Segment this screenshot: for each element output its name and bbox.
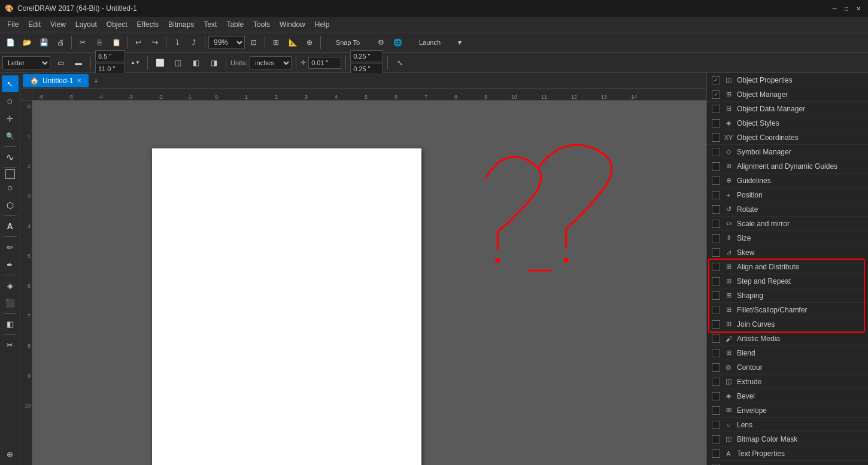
docker-item-blend[interactable]: ⊞Blend: [707, 346, 868, 360]
docker-checkbox[interactable]: [712, 234, 720, 242]
tab-close-icon[interactable]: ✕: [77, 77, 81, 84]
grid-button[interactable]: ⊞: [268, 35, 284, 50]
docker-item-bitmap-color-mask[interactable]: ◫Bitmap Color Mask: [707, 432, 868, 446]
menu-window[interactable]: Window: [275, 19, 310, 30]
docker-item-object-coordinates[interactable]: XYObject Coordinates: [707, 130, 868, 145]
docker-item-object-styles[interactable]: ◈Object Styles: [707, 116, 868, 130]
units-select[interactable]: inches: [250, 56, 292, 69]
docker-item-align-and-distribute[interactable]: ⊞Align and Distribute: [707, 260, 868, 274]
portrait-btn[interactable]: ▭: [53, 55, 68, 71]
menu-help[interactable]: Help: [310, 19, 335, 30]
menu-object[interactable]: Object: [102, 19, 132, 30]
docker-checkbox[interactable]: [712, 119, 720, 127]
menu-file[interactable]: File: [2, 19, 23, 30]
docker-checkbox[interactable]: ✓: [712, 90, 720, 99]
page-size-arrows[interactable]: ▲▼: [128, 55, 143, 71]
docker-item-extrude[interactable]: ◫Extrude: [707, 375, 868, 389]
undo-button[interactable]: ↩: [130, 35, 146, 50]
eyedropper-tool[interactable]: ◧: [2, 315, 19, 332]
docker-checkbox[interactable]: [712, 349, 720, 357]
new-button[interactable]: 📄: [2, 35, 18, 50]
docker-item-rotate[interactable]: ↺Rotate: [707, 202, 868, 217]
docker-item-object-properties[interactable]: ✓◫Object Properties: [707, 73, 868, 87]
menu-view[interactable]: View: [45, 19, 71, 30]
maximize-button[interactable]: □: [842, 4, 851, 13]
print-button[interactable]: 🖨: [53, 35, 68, 50]
menu-bitmaps[interactable]: Bitmaps: [163, 19, 199, 30]
docker-checkbox[interactable]: [712, 205, 720, 214]
ruler-button[interactable]: 📐: [285, 35, 301, 50]
pick-btn[interactable]: ⤡: [392, 55, 408, 71]
docker-checkbox[interactable]: [712, 220, 720, 228]
polygon-tool[interactable]: ⬡: [2, 197, 19, 214]
docker-item-position[interactable]: +Position: [707, 188, 868, 202]
docker-item-fillet-scallop-chamfer[interactable]: ⊞Fillet/Scallop/Chamfer: [707, 303, 868, 317]
calligraphy-tool[interactable]: ✒: [2, 256, 19, 273]
publish-button[interactable]: 🌐: [390, 35, 405, 50]
docker-checkbox[interactable]: [712, 320, 720, 329]
docker-checkbox[interactable]: [712, 263, 720, 271]
rectangle-tool[interactable]: [5, 169, 15, 179]
docker-item-text-properties[interactable]: AText Properties: [707, 446, 868, 461]
docker-checkbox[interactable]: [712, 133, 720, 142]
docker-checkbox[interactable]: [712, 363, 720, 372]
docker-checkbox[interactable]: [712, 191, 720, 199]
minimize-button[interactable]: ─: [830, 4, 839, 13]
launch-dropdown[interactable]: ▾: [452, 35, 468, 50]
zoom-tool[interactable]: 🔍: [2, 127, 19, 144]
menu-layout[interactable]: Layout: [71, 19, 102, 30]
freehand-tool[interactable]: ∿: [2, 148, 19, 165]
docker-item-guidelines[interactable]: ⊕Guidelines: [707, 174, 868, 188]
page-size-select[interactable]: Letter: [2, 56, 50, 69]
docker-checkbox[interactable]: [712, 277, 720, 285]
text-tool[interactable]: A: [2, 218, 19, 235]
docker-item-join-curves[interactable]: ⊞Join Curves: [707, 317, 868, 332]
docker-checkbox[interactable]: [712, 306, 720, 314]
transform-tool[interactable]: ✛: [2, 110, 19, 127]
docker-item-contour[interactable]: ◎Contour: [707, 360, 868, 375]
fill-tool[interactable]: ◈: [2, 277, 19, 294]
docker-item-object-manager[interactable]: ✓⊞Object Manager: [707, 87, 868, 102]
menu-table[interactable]: Table: [221, 19, 248, 30]
zoom-to-page[interactable]: ⊡: [246, 35, 262, 50]
import-button[interactable]: ⤵: [169, 35, 185, 50]
zoom-select[interactable]: 99%100%75%50%: [208, 36, 245, 49]
docker-item-bevel[interactable]: ◈Bevel: [707, 389, 868, 403]
docker-checkbox[interactable]: [712, 291, 720, 300]
interactive-fill[interactable]: ⬛: [2, 294, 19, 311]
options-button[interactable]: ⚙: [373, 35, 389, 50]
launch-btn[interactable]: Launch: [409, 35, 451, 50]
copy-button[interactable]: ⎘: [92, 35, 107, 50]
docker-checkbox[interactable]: ✓: [712, 76, 720, 84]
page-border-btn[interactable]: ◧: [188, 55, 204, 71]
docker-checkbox[interactable]: [712, 248, 720, 257]
nudge-input[interactable]: [308, 57, 341, 69]
menu-text[interactable]: Text: [199, 19, 221, 30]
scissors-tool[interactable]: ✂: [2, 336, 19, 353]
menu-edit[interactable]: Edit: [23, 19, 45, 30]
docker-item-skew[interactable]: ⊿Skew: [707, 245, 868, 260]
page-layout-btn[interactable]: ◨: [206, 55, 221, 71]
add-page-tool[interactable]: ⊕: [2, 446, 19, 463]
close-button[interactable]: ✕: [854, 4, 863, 13]
page-width[interactable]: [95, 50, 125, 62]
new-tab-button[interactable]: +: [90, 75, 102, 87]
node-tool[interactable]: ⬡: [2, 93, 19, 110]
docker-checkbox[interactable]: [712, 162, 720, 171]
redo-button[interactable]: ↪: [147, 35, 163, 50]
docker-item-lens[interactable]: ○Lens: [707, 418, 868, 432]
docker-checkbox[interactable]: [712, 105, 720, 113]
select-tool[interactable]: ↖: [2, 75, 19, 92]
document-tab[interactable]: 🏠 Untitled-1 ✕: [23, 74, 89, 87]
docker-item-artistic-media[interactable]: 🖌Artistic Media: [707, 332, 868, 346]
docker-item-symbol-manager[interactable]: ◇Symbol Manager: [707, 145, 868, 159]
docker-item-alignment-and-dynamic-guides[interactable]: ⊕Alignment and Dynamic Guides: [707, 159, 868, 174]
docker-checkbox[interactable]: [712, 378, 720, 386]
docker-checkbox[interactable]: [712, 148, 720, 156]
snap-to-btn[interactable]: Snap To: [324, 35, 372, 50]
save-button[interactable]: 💾: [36, 35, 51, 50]
docker-item-envelope[interactable]: ✉Envelope: [707, 403, 868, 418]
docker-checkbox[interactable]: [712, 406, 720, 415]
docker-checkbox[interactable]: [712, 335, 720, 343]
cut-button[interactable]: ✂: [75, 35, 90, 50]
